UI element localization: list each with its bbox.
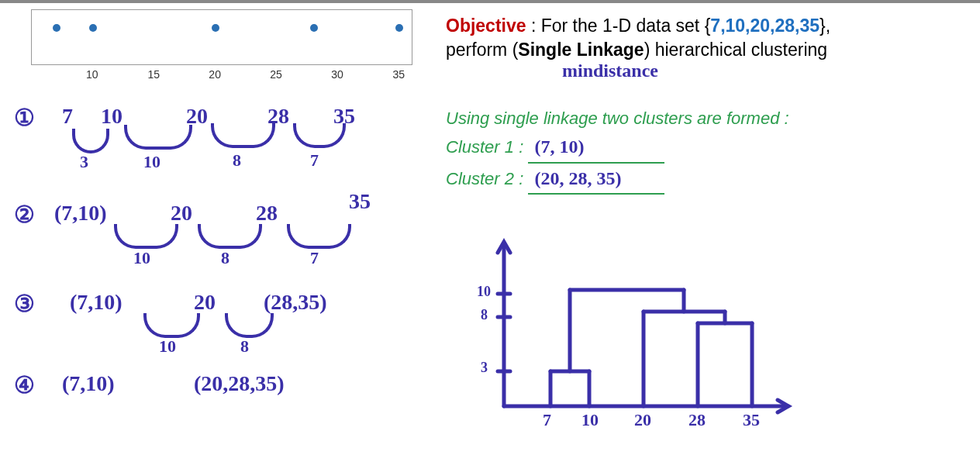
right-column: Objective : For the 1-D data set {7,10,2…	[446, 14, 973, 195]
step3-arc1	[143, 313, 200, 338]
step2-d2: 7	[310, 248, 319, 268]
dendro-x3: 28	[688, 410, 706, 430]
data-point-20	[212, 24, 219, 32]
cluster2-row: Cluster 2 : (20, 28, 35)	[446, 164, 973, 195]
cluster2-value: (20, 28, 35)	[528, 164, 664, 195]
step1-v1: 10	[101, 104, 122, 129]
slide: 0 -1 10 15 20 25 30 35 Objective : For t…	[0, 0, 980, 455]
result-block: Using single linkage two clusters are fo…	[446, 105, 973, 195]
x-tick-30: 30	[331, 68, 343, 81]
data-point-35	[395, 24, 403, 32]
step3-num: ③	[14, 290, 35, 317]
step1-d1: 10	[143, 152, 160, 172]
step4-num: ④	[14, 371, 35, 398]
step2-v3: 35	[349, 189, 371, 214]
step3-v1: 20	[194, 290, 216, 315]
dendro-x2: 20	[634, 410, 651, 430]
x-axis-ticks: 10 15 20 25 30 35	[31, 68, 411, 84]
objective-line1: Objective : For the 1-D data set {7,10,2…	[446, 14, 973, 38]
chart-dots	[32, 10, 412, 64]
handwritten-mindistance: mindistance	[562, 60, 973, 81]
result-heading: Using single linkage two clusters are fo…	[446, 105, 973, 132]
objective-linkage: Single Linkage	[518, 40, 644, 60]
dendrogram-svg	[465, 236, 799, 437]
step3-d1: 8	[240, 336, 249, 357]
step2-arc3	[287, 224, 351, 249]
dendro-x4: 35	[743, 410, 760, 430]
step1-d3: 7	[310, 150, 319, 171]
step2-arc1	[114, 224, 178, 249]
objective-line2: perform (Single Linkage) hierarchical cl…	[446, 38, 973, 62]
step3-d0: 10	[159, 336, 176, 357]
step3-v0: (7,10)	[70, 290, 122, 315]
step1-arc4	[293, 123, 346, 148]
cluster1-label: Cluster 1 :	[446, 137, 523, 157]
step2-d1: 8	[221, 248, 229, 268]
step2-num: ②	[14, 201, 35, 228]
step4-v1: (20,28,35)	[194, 371, 285, 396]
left-column: 10 15 20 25 30 35	[0, 9, 434, 84]
cluster2-label: Cluster 2 :	[446, 169, 523, 188]
step1-arc3	[211, 123, 275, 148]
step2-v2: 28	[256, 201, 278, 226]
step1-num: ①	[14, 104, 35, 131]
data-point-28	[310, 24, 318, 32]
x-tick-20: 20	[209, 68, 221, 81]
cluster1-row: Cluster 1 : (7, 10)	[446, 132, 973, 163]
step2-arc2	[198, 224, 262, 249]
cluster1-value: (7, 10)	[528, 132, 664, 163]
objective-line2a: perform (	[446, 40, 518, 60]
dendro-x1: 10	[581, 410, 599, 430]
objective-suffix: },	[820, 16, 830, 36]
step2-d0: 10	[133, 248, 150, 268]
step3-v2: (28,35)	[264, 290, 327, 315]
data-point-7	[53, 24, 60, 32]
scatter-chart	[31, 9, 412, 65]
data-point-10	[89, 24, 97, 32]
step1-v0: 7	[62, 104, 73, 129]
x-tick-35: 35	[393, 68, 405, 81]
objective-prefix: : For the 1-D data set {	[531, 16, 710, 36]
dendrogram: 10 8 3 7 10 20 28 35	[465, 236, 799, 437]
step4-v0: (7,10)	[62, 371, 115, 396]
step2-v0: (7,10)	[54, 201, 107, 226]
step1-d2: 8	[233, 150, 241, 171]
step1-d0: 3	[80, 152, 88, 172]
step1-arc2	[124, 125, 192, 150]
objective-label: Objective	[446, 16, 526, 36]
x-tick-25: 25	[270, 68, 282, 81]
x-tick-10: 10	[86, 68, 98, 81]
dendro-y0: 10	[477, 284, 491, 300]
step3-arc2	[225, 313, 274, 338]
objective-line2b: ) hierarchical clustering	[644, 40, 827, 60]
objective-dataset: 7,10,20,28,35	[710, 16, 820, 36]
step2-v1: 20	[171, 201, 192, 226]
dendro-y1: 8	[481, 307, 488, 323]
dendro-y2: 3	[481, 360, 488, 376]
x-tick-15: 15	[147, 68, 160, 81]
step1-arc1	[72, 129, 109, 153]
dendro-x0: 7	[543, 410, 551, 430]
